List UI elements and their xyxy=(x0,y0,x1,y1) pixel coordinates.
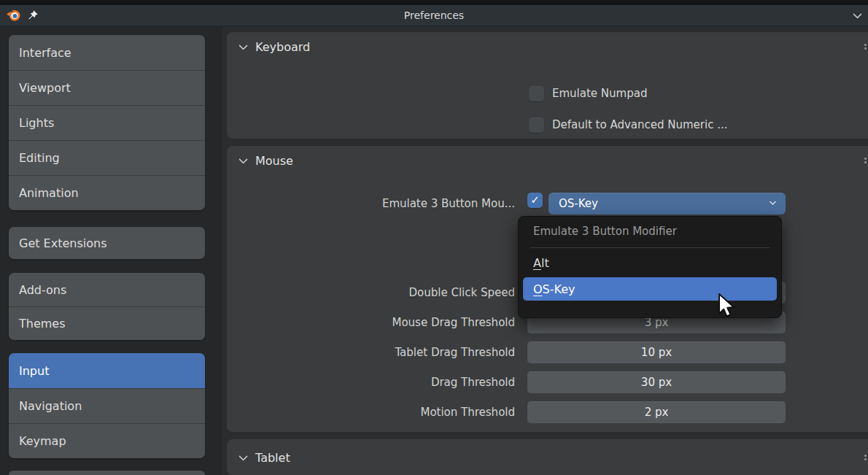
sidebar-item-input[interactable]: Input xyxy=(9,353,205,388)
panel-grip-icon[interactable] xyxy=(864,44,867,50)
sidebar-item-lights[interactable]: Lights xyxy=(9,105,205,140)
chevron-down-icon[interactable] xyxy=(853,9,862,19)
preferences-nav-sidebar: Interface Viewport Lights Editing Animat… xyxy=(0,26,222,475)
drag-threshold-row: Drag Threshold 30 px xyxy=(227,371,868,393)
advanced-numeric-row: Default to Advanced Numeric ... xyxy=(227,114,868,136)
window-top-edge xyxy=(0,0,868,5)
sidebar-item-partial[interactable] xyxy=(9,471,205,475)
sidebar-item-keymap[interactable]: Keymap xyxy=(9,423,205,458)
chevron-down-icon xyxy=(239,452,248,461)
mouse-section-header[interactable]: Mouse xyxy=(227,146,868,175)
menu-item-os-key[interactable]: OS-Key xyxy=(523,277,777,301)
row-label: Emulate 3 Button Mou... xyxy=(256,197,515,210)
section-title: Tablet xyxy=(255,451,290,465)
menu-divider xyxy=(530,247,770,248)
nav-group-main: Interface Viewport Lights Editing Animat… xyxy=(9,35,205,210)
row-label: Double Click Speed xyxy=(256,286,515,299)
sidebar-item-get-extensions[interactable]: Get Extensions xyxy=(9,227,205,259)
emulate-numpad-checkbox[interactable] xyxy=(529,86,544,101)
advanced-numeric-checkbox[interactable] xyxy=(529,117,544,133)
emulate-numpad-row: Emulate Numpad xyxy=(227,82,868,104)
tablet-section: Tablet xyxy=(227,439,868,475)
emulate-3-button-checkbox[interactable]: ✓ xyxy=(527,193,543,208)
chevron-down-icon xyxy=(239,155,248,164)
keyboard-section-header[interactable]: Keyboard xyxy=(227,32,868,61)
emulate-3-button-row: Emulate 3 Button Mou... ✓ OS-Key xyxy=(227,193,868,215)
sidebar-item-interface[interactable]: Interface xyxy=(9,35,205,70)
motion-threshold-row: Motion Threshold 2 px xyxy=(227,401,868,423)
check-mark-icon: ✓ xyxy=(530,195,540,206)
chevron-down-icon xyxy=(239,41,248,50)
sidebar-item-animation[interactable]: Animation xyxy=(9,175,205,210)
checkbox-label[interactable]: Emulate Numpad xyxy=(552,87,647,100)
section-title: Keyboard xyxy=(255,40,310,54)
panel-grip-icon[interactable] xyxy=(864,158,867,163)
motion-threshold-field[interactable]: 2 px xyxy=(527,401,786,423)
menu-item-alt[interactable]: Alt xyxy=(519,251,781,274)
chevron-down-icon xyxy=(770,198,777,206)
tablet-section-header[interactable]: Tablet xyxy=(227,439,868,475)
menu-title: Emulate 3 Button Modifier xyxy=(519,221,781,242)
sidebar-item-viewport[interactable]: Viewport xyxy=(9,70,205,105)
tablet-drag-threshold-field[interactable]: 10 px xyxy=(527,341,786,363)
keyboard-section: Keyboard Emulate Numpad Default to Advan… xyxy=(227,32,868,139)
dropdown-value: OS-Key xyxy=(559,197,598,210)
modifier-dropdown-menu: Emulate 3 Button Modifier Alt OS-Key xyxy=(518,216,782,318)
nav-group-addons: Add-ons Themes xyxy=(9,273,205,340)
titlebar: Preferences xyxy=(0,5,868,26)
nav-group-extensions: Get Extensions xyxy=(9,227,205,259)
row-label: Motion Threshold xyxy=(256,406,515,419)
drag-threshold-field[interactable]: 30 px xyxy=(527,371,786,393)
row-label: Drag Threshold xyxy=(256,376,515,389)
modifier-dropdown[interactable]: OS-Key xyxy=(549,193,786,215)
sidebar-item-navigation[interactable]: Navigation xyxy=(9,388,205,423)
blender-logo-icon[interactable] xyxy=(4,7,22,27)
tablet-drag-threshold-row: Tablet Drag Threshold 10 px xyxy=(227,341,868,363)
pin-icon[interactable] xyxy=(27,9,39,24)
checkbox-label[interactable]: Default to Advanced Numeric ... xyxy=(552,118,727,131)
section-title: Mouse xyxy=(255,154,293,168)
window-title: Preferences xyxy=(0,9,868,21)
nav-group-input: Input Navigation Keymap xyxy=(9,353,205,458)
panel-grip-icon[interactable] xyxy=(864,455,867,460)
sidebar-item-addons[interactable]: Add-ons xyxy=(9,273,205,306)
row-label: Tablet Drag Threshold xyxy=(256,346,515,359)
row-label: Mouse Drag Threshold xyxy=(256,316,515,329)
sidebar-item-editing[interactable]: Editing xyxy=(9,140,205,175)
sidebar-item-themes[interactable]: Themes xyxy=(9,306,205,340)
